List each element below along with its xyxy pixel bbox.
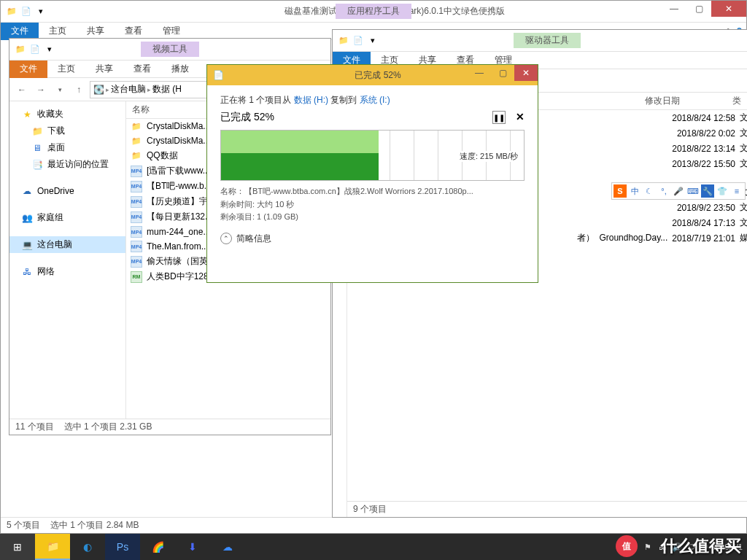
- sidebar-thispc[interactable]: 💻这台电脑: [9, 236, 125, 253]
- chevron-up-icon: ⌃: [220, 233, 232, 244]
- ime-menu-icon[interactable]: ≡: [730, 184, 743, 198]
- sidebar-downloads[interactable]: 📁下载: [9, 122, 125, 139]
- drive-icon: 💽: [93, 85, 104, 95]
- tab-play[interactable]: 播放: [161, 60, 199, 78]
- pc-icon: 💻: [21, 239, 33, 251]
- taskbar-explorer[interactable]: 📁: [35, 534, 70, 560]
- new-folder-icon[interactable]: ▾: [34, 5, 47, 18]
- context-tab-video[interactable]: 视频工具: [141, 42, 199, 57]
- left-titlebar: 📁 📄 ▾ 视频工具: [9, 39, 330, 61]
- tab-share[interactable]: 共享: [85, 60, 123, 78]
- taskbar-photoshop[interactable]: Ps: [105, 534, 140, 560]
- ime-skin-icon[interactable]: 👕: [716, 184, 729, 198]
- forward-button[interactable]: →: [33, 82, 49, 98]
- ime-tool-icon[interactable]: 🔧: [701, 184, 714, 198]
- minimize-button[interactable]: —: [662, 1, 686, 17]
- sidebar-network[interactable]: 🖧网络: [9, 263, 125, 280]
- left-statusbar: 11 个项目 选中 1 个项目 2.31 GB: [9, 419, 330, 435]
- folder-icon: 📁: [31, 125, 43, 137]
- taskbar-baidu[interactable]: ☁: [210, 534, 245, 560]
- properties-icon[interactable]: 📄: [352, 34, 365, 47]
- rm-icon: RM: [131, 271, 142, 283]
- main-statusbar: 5 个项目 选中 1 个项目 2.84 MB: [1, 517, 746, 533]
- desktop-icon: 🖥: [31, 142, 43, 154]
- dropdown-icon[interactable]: ▾: [43, 43, 56, 56]
- folder-icon: 📁: [131, 135, 142, 147]
- source-link[interactable]: 数据 (H:): [294, 95, 328, 105]
- sidebar-desktop[interactable]: 🖥桌面: [9, 139, 125, 156]
- speed-graph: 速度: 215 MB/秒: [220, 130, 525, 181]
- back-button[interactable]: ←: [14, 82, 30, 98]
- mp4-icon: MP4: [131, 166, 142, 177]
- properties-icon[interactable]: 📄: [20, 5, 33, 18]
- copy-details: 名称：【BT吧-www.btba.com.cn】战狼2.Wolf Worrior…: [220, 185, 525, 224]
- mp4-icon: MP4: [131, 241, 142, 252]
- mp4-icon: MP4: [131, 196, 142, 208]
- copy-source-dest: 正在将 1 个项目从 数据 (H:) 复制到 系统 (I:): [220, 94, 525, 106]
- ime-toolbar[interactable]: S 中 ☾ °, 🎤 ⌨ 🔧 👕 ≡: [611, 182, 746, 200]
- crumb-pc[interactable]: 这台电脑: [111, 83, 146, 96]
- mp4-icon: MP4: [131, 256, 142, 268]
- dialog-maximize[interactable]: ▢: [491, 65, 514, 81]
- folder-icon: 📁: [131, 120, 142, 132]
- dialog-minimize[interactable]: —: [468, 65, 491, 81]
- col-date[interactable]: 修改日期: [645, 95, 732, 107]
- status-selected: 选中 1 个项目 2.84 MB: [50, 519, 139, 532]
- right-statusbar: 9 个项目: [347, 501, 747, 517]
- folder-icon[interactable]: 📁: [14, 43, 27, 56]
- tab-file[interactable]: 文件: [9, 60, 47, 78]
- sidebar-homegroup[interactable]: 👥家庭组: [9, 209, 125, 226]
- sidebar-favorites[interactable]: ★收藏夹: [9, 106, 125, 122]
- homegroup-icon: 👥: [21, 212, 33, 224]
- copy-progress-dialog: 📄 已完成 52% — ▢ ✕ 正在将 1 个项目从 数据 (H:) 复制到 系…: [206, 64, 538, 283]
- ime-keyboard-icon[interactable]: ⌨: [686, 184, 700, 198]
- star-icon: ★: [21, 109, 33, 120]
- ime-punct-icon[interactable]: °,: [657, 184, 670, 198]
- dest-link[interactable]: 系统 (I:): [360, 95, 390, 105]
- pause-button[interactable]: ❚❚: [492, 111, 506, 124]
- dialog-close[interactable]: ✕: [514, 65, 538, 81]
- watermark-text: 什么值得买: [655, 532, 747, 560]
- ime-lang[interactable]: 中: [628, 184, 641, 198]
- taskbar-app1[interactable]: 🌈: [140, 534, 175, 560]
- status-selected: 选中 1 个项目 2.31 GB: [64, 421, 152, 433]
- recent-icon: 📑: [31, 159, 43, 171]
- taskbar-browser[interactable]: ◐: [70, 534, 105, 560]
- tab-view[interactable]: 查看: [123, 60, 161, 78]
- right-titlebar: 📁 📄 ▾ 驱动器工具: [333, 30, 747, 52]
- folder-icon[interactable]: 📁: [337, 34, 350, 47]
- copy-icon: 📄: [213, 70, 224, 80]
- up-button[interactable]: ↑: [71, 82, 87, 98]
- sidebar-recent[interactable]: 📑最近访问的位置: [9, 156, 125, 173]
- cloud-icon: ☁: [21, 185, 33, 197]
- start-button[interactable]: ⊞: [0, 534, 35, 560]
- dropdown-icon[interactable]: ▾: [366, 34, 379, 47]
- context-tab-apps[interactable]: 应用程序工具: [336, 4, 411, 19]
- crumb-drive[interactable]: 数据 (H: [152, 83, 182, 96]
- progress-text: 已完成 52%: [220, 111, 274, 124]
- folder-icon[interactable]: 📁: [5, 5, 18, 18]
- tray-flag-icon[interactable]: ⚑: [642, 541, 654, 553]
- main-titlebar: 📁 📄 ▾ 应用程序工具 磁盘基准测试工具(CrystalDiskMark)6.…: [1, 1, 746, 23]
- properties-icon[interactable]: 📄: [28, 43, 42, 56]
- status-item-count: 5 个项目: [7, 519, 40, 532]
- brief-info-toggle[interactable]: ⌃ 简略信息: [220, 233, 525, 245]
- ime-moon-icon[interactable]: ☾: [643, 184, 656, 198]
- watermark-badge: 值: [616, 535, 638, 557]
- network-icon: 🖧: [21, 266, 33, 278]
- tab-home[interactable]: 主页: [47, 60, 85, 78]
- col-type[interactable]: 类: [732, 95, 747, 107]
- status-item-count: 11 个项目: [15, 421, 54, 433]
- close-button[interactable]: ✕: [711, 1, 746, 17]
- ime-mic-icon[interactable]: 🎤: [672, 184, 685, 198]
- mp4-icon: MP4: [131, 181, 142, 192]
- speed-label: 速度: 215 MB/秒: [458, 151, 519, 162]
- context-tab-drive[interactable]: 驱动器工具: [514, 33, 581, 48]
- maximize-button[interactable]: ▢: [686, 1, 711, 17]
- sidebar-onedrive[interactable]: ☁OneDrive: [9, 183, 125, 199]
- ime-sogou-icon[interactable]: S: [614, 184, 627, 198]
- mp4-icon: MP4: [131, 211, 142, 223]
- taskbar-thunder[interactable]: ⬇: [175, 534, 210, 560]
- history-dropdown[interactable]: ▾: [52, 82, 68, 98]
- cancel-button[interactable]: ✕: [516, 111, 525, 124]
